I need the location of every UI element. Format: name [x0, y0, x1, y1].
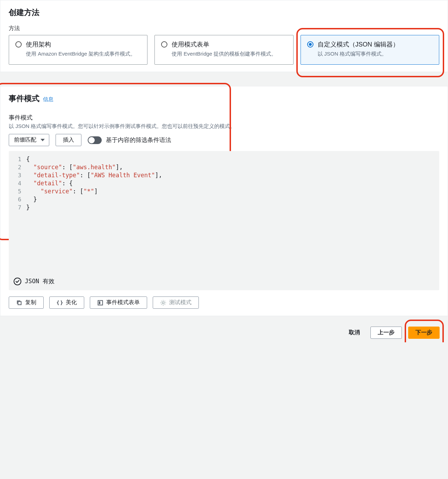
method-option-form[interactable]: 使用模式表单 使用 EventBridge 提供的模板创建事件模式。 [154, 35, 293, 65]
line-number: 6 [9, 195, 26, 203]
event-pattern-help: 以 JSON 格式编写事件模式。您可以针对示例事件测试事件模式。您也可以前往预先… [9, 123, 439, 130]
create-method-section: 创建方法 方法 使用架构 使用 Amazon EventBridge 架构生成事… [0, 0, 448, 72]
pattern-form-button[interactable]: 事件模式表单 [90, 296, 147, 309]
create-method-title: 创建方法 [9, 7, 439, 18]
copy-icon [16, 300, 22, 306]
check-circle-icon [14, 278, 21, 285]
json-status: JSON 有效 [9, 274, 439, 290]
method-option-schema[interactable]: 使用架构 使用 Amazon EventBridge 架构生成事件模式。 [9, 35, 147, 65]
line-number: 3 [9, 171, 26, 179]
method-option-desc: 以 JSON 格式编写事件模式。 [318, 50, 399, 57]
radio-icon [161, 41, 167, 48]
event-pattern-sublabel: 事件模式 [9, 114, 439, 122]
method-option-title: 自定义模式（JSON 编辑器） [318, 40, 399, 49]
radio-icon [15, 41, 22, 48]
svg-rect-2 [99, 301, 100, 304]
method-field-label: 方法 [9, 25, 439, 32]
method-option-title: 使用模式表单 [172, 40, 276, 49]
braces-icon [57, 300, 63, 306]
json-status-text: JSON 有效 [25, 277, 55, 285]
line-number: 4 [9, 179, 26, 187]
line-number: 5 [9, 187, 26, 195]
event-pattern-title: 事件模式 [9, 93, 39, 104]
method-option-custom-json[interactable]: 自定义模式（JSON 编辑器） 以 JSON 格式编写事件模式。 [301, 35, 439, 65]
beautify-button[interactable]: 美化 [49, 296, 84, 309]
prefix-match-select[interactable]: 前缀匹配 [9, 134, 49, 146]
insert-button[interactable]: 插入 [56, 134, 81, 146]
method-option-desc: 使用 Amazon EventBridge 架构生成事件模式。 [26, 50, 136, 57]
line-number: 7 [9, 203, 26, 212]
wizard-footer: 取消 上一步 下一步 [0, 316, 448, 342]
radio-icon [307, 41, 313, 48]
next-button[interactable]: 下一步 [408, 327, 440, 339]
previous-button[interactable]: 上一步 [370, 327, 402, 339]
svg-point-3 [162, 302, 164, 304]
json-editor[interactable]: 1{ 2 "source": ["aws.health"], 3 "detail… [9, 151, 439, 290]
cancel-button[interactable]: 取消 [345, 327, 364, 338]
line-number: 1 [9, 155, 26, 163]
content-filter-toggle-label: 基于内容的筛选条件语法 [106, 136, 171, 144]
line-number: 2 [9, 163, 26, 171]
svg-rect-0 [18, 301, 21, 305]
caret-down-icon [41, 139, 45, 141]
copy-button[interactable]: 复制 [9, 296, 44, 309]
info-link[interactable]: 信息 [43, 96, 53, 103]
form-icon [97, 300, 103, 306]
method-option-title: 使用架构 [26, 40, 136, 49]
content-filter-toggle[interactable] [88, 136, 102, 144]
method-radio-group: 使用架构 使用 Amazon EventBridge 架构生成事件模式。 使用模… [9, 35, 439, 65]
gear-icon [160, 300, 166, 306]
method-option-desc: 使用 EventBridge 提供的模板创建事件模式。 [172, 50, 276, 57]
prefix-match-label: 前缀匹配 [14, 136, 36, 144]
test-pattern-button[interactable]: 测试模式 [153, 296, 199, 309]
event-pattern-section: 事件模式 信息 事件模式 以 JSON 格式编写事件模式。您可以针对示例事件测试… [0, 86, 448, 316]
